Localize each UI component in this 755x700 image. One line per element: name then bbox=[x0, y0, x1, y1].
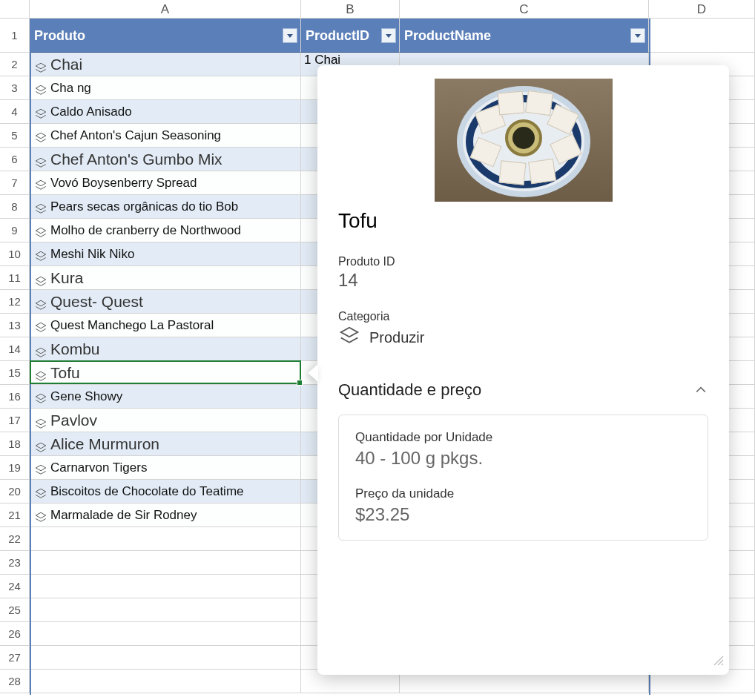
row-header-28[interactable]: 28 bbox=[0, 670, 30, 693]
cell-A3[interactable]: Cha ng bbox=[30, 76, 301, 100]
product-name-text: Pears secas orgânicas do tio Bob bbox=[50, 195, 238, 219]
qty-label: Quantidade por Unidade bbox=[355, 430, 691, 445]
product-name-text: Tofu bbox=[50, 361, 80, 385]
cell-A12[interactable]: Quest- Quest bbox=[30, 290, 301, 314]
row-header-16[interactable]: 16 bbox=[0, 385, 30, 409]
filter-button-productname[interactable] bbox=[630, 28, 645, 43]
cell-A15[interactable]: Tofu bbox=[30, 361, 301, 385]
product-name-text: Meshi Nik Niko bbox=[50, 242, 134, 266]
section-body-qty-price: Quantidade por Unidade 40 - 100 g pkgs. … bbox=[338, 415, 708, 541]
category-label: Categoria bbox=[338, 310, 708, 323]
row-header-9[interactable]: 9 bbox=[0, 219, 30, 242]
product-name-text: Pavlov bbox=[50, 409, 97, 432]
row-header-22[interactable]: 22 bbox=[0, 527, 30, 551]
data-type-icon bbox=[34, 343, 47, 356]
cell-A19[interactable]: Carnarvon Tigers bbox=[30, 456, 301, 480]
column-header-A[interactable]: A bbox=[30, 0, 301, 19]
qty-value: 40 - 100 g pkgs. bbox=[355, 448, 691, 469]
cell-A5[interactable]: Chef Anton's Cajun Seasoning bbox=[30, 124, 301, 148]
cell-A10[interactable]: Meshi Nik Niko bbox=[30, 242, 301, 266]
cell-A13[interactable]: Quest Manchego La Pastoral bbox=[30, 314, 301, 337]
column-header-D[interactable]: D bbox=[649, 0, 755, 19]
row-header-15[interactable]: 15 bbox=[0, 361, 30, 385]
data-type-icon bbox=[34, 105, 47, 119]
row-header-19[interactable]: 19 bbox=[0, 456, 30, 480]
cell-A8[interactable]: Pears secas orgânicas do tio Bob bbox=[30, 195, 301, 219]
cell-A26[interactable] bbox=[30, 622, 301, 646]
card-resize-handle[interactable] bbox=[713, 655, 725, 670]
cell-A17[interactable]: Pavlov bbox=[30, 409, 301, 432]
header-productid[interactable]: ProductID bbox=[301, 19, 400, 53]
row-header-27[interactable]: 27 bbox=[0, 646, 30, 670]
row-header-18[interactable]: 18 bbox=[0, 432, 30, 456]
row-header-4[interactable]: 4 bbox=[0, 100, 30, 124]
filter-button-produto[interactable] bbox=[283, 28, 297, 43]
row-header-17[interactable]: 17 bbox=[0, 409, 30, 432]
row-header-10[interactable]: 10 bbox=[0, 242, 30, 266]
data-type-icon bbox=[34, 153, 47, 166]
row-header-8[interactable]: 8 bbox=[0, 195, 30, 219]
product-name-text: Caldo Anisado bbox=[50, 100, 132, 124]
data-type-icon bbox=[34, 319, 47, 332]
row-header-26[interactable]: 26 bbox=[0, 622, 30, 646]
cell-A27[interactable] bbox=[30, 646, 301, 670]
data-type-icon bbox=[34, 271, 47, 285]
cell-A24[interactable] bbox=[30, 575, 301, 598]
row-header-14[interactable]: 14 bbox=[0, 337, 30, 361]
price-value: $23.25 bbox=[355, 504, 691, 525]
cell-A16[interactable]: Gene Showy bbox=[30, 385, 301, 409]
row-header-7[interactable]: 7 bbox=[0, 171, 30, 195]
data-type-card: Tofu Produto ID 14 Categoria Produzir Qu… bbox=[317, 65, 729, 675]
row-header-13[interactable]: 13 bbox=[0, 314, 30, 337]
row-header-5[interactable]: 5 bbox=[0, 124, 30, 148]
product-image bbox=[435, 79, 613, 202]
product-name-text: Biscoitos de Chocolate do Teatime bbox=[50, 480, 244, 503]
cell-A7[interactable]: Vovó Boysenberry Spread bbox=[30, 171, 301, 195]
cell-A21[interactable]: Marmalade de Sir Rodney bbox=[30, 503, 301, 527]
row-header-20[interactable]: 20 bbox=[0, 480, 30, 503]
productid-label: Produto ID bbox=[338, 255, 708, 268]
row-header-3[interactable]: 3 bbox=[0, 76, 30, 100]
cell-A20[interactable]: Biscoitos de Chocolate do Teatime bbox=[30, 480, 301, 503]
cell-A25[interactable] bbox=[30, 598, 301, 622]
product-name-text: Carnarvon Tigers bbox=[50, 456, 147, 480]
cell-A9[interactable]: Molho de cranberry de Northwood bbox=[30, 219, 301, 242]
select-all-corner[interactable] bbox=[0, 0, 30, 19]
row-header-25[interactable]: 25 bbox=[0, 598, 30, 622]
header-produto[interactable]: Produto bbox=[30, 19, 301, 53]
cell-A2[interactable]: Chai bbox=[30, 53, 301, 76]
cell-A11[interactable]: Kura bbox=[30, 266, 301, 290]
product-name-text: Alice Murmuron bbox=[50, 432, 159, 456]
row-header-23[interactable]: 23 bbox=[0, 551, 30, 575]
data-type-icon bbox=[34, 366, 47, 380]
product-name-text: Chef Anton's Gumbo Mix bbox=[50, 148, 222, 171]
section-title: Quantidade e preço bbox=[338, 380, 481, 400]
productid-value: 14 bbox=[338, 270, 708, 291]
filter-button-productid[interactable] bbox=[381, 28, 396, 43]
row-header-21[interactable]: 21 bbox=[0, 503, 30, 527]
section-header-qty-price[interactable]: Quantidade e preço bbox=[338, 380, 708, 400]
column-header-C[interactable]: C bbox=[400, 0, 649, 19]
row-header-11[interactable]: 11 bbox=[0, 266, 30, 290]
cell-A6[interactable]: Chef Anton's Gumbo Mix bbox=[30, 148, 301, 171]
header-productname[interactable]: ProductName bbox=[400, 19, 649, 53]
column-header-B[interactable]: B bbox=[301, 0, 400, 19]
cell-A4[interactable]: Caldo Anisado bbox=[30, 100, 301, 124]
cell-A28[interactable] bbox=[30, 670, 301, 693]
product-name-text: Chai bbox=[50, 53, 82, 76]
product-name-text: Kura bbox=[50, 266, 83, 290]
data-type-icon bbox=[34, 390, 47, 403]
row-header-2[interactable]: 2 bbox=[0, 53, 30, 76]
cell-A18[interactable]: Alice Murmuron bbox=[30, 432, 301, 456]
data-type-icon bbox=[34, 438, 47, 451]
product-name-text: Vovó Boysenberry Spread bbox=[50, 171, 197, 195]
cell-D1[interactable] bbox=[649, 19, 755, 53]
product-name-text: Molho de cranberry de Northwood bbox=[50, 219, 241, 242]
row-header-12[interactable]: 12 bbox=[0, 290, 30, 314]
row-header-6[interactable]: 6 bbox=[0, 148, 30, 171]
cell-A23[interactable] bbox=[30, 551, 301, 575]
cell-A22[interactable] bbox=[30, 527, 301, 551]
row-header-1[interactable]: 1 bbox=[0, 19, 30, 53]
row-header-24[interactable]: 24 bbox=[0, 575, 30, 598]
cell-A14[interactable]: Kombu bbox=[30, 337, 301, 361]
